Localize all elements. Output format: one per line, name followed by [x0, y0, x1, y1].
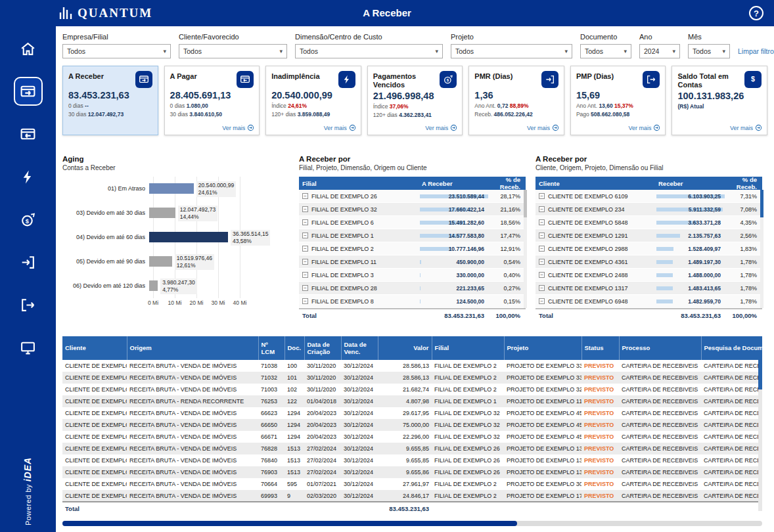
scrollbar-thumb[interactable] — [758, 360, 762, 389]
filter-select-mes[interactable]: Todos ▾ — [688, 44, 730, 58]
ver-mais-link[interactable]: Ver mais — [222, 124, 254, 131]
table-row[interactable]: CLIENTE DE EXEMPLO 5142RECEITA BRUTA - V… — [62, 466, 762, 478]
expand-icon[interactable]: − — [539, 193, 545, 199]
table-row[interactable]: −FILIAL DE EXEMPLO 3 330.000,00 0,40% — [299, 269, 526, 282]
column-header-pesquisa-de-documento[interactable]: Pesquisa de Documento — [701, 336, 762, 360]
table-row[interactable]: −FILIAL DE EXEMPLO 32 17.660.422,14 21,1… — [299, 203, 526, 216]
sidebar-item-home[interactable] — [14, 34, 43, 63]
expand-icon[interactable]: − — [539, 233, 545, 238]
clear-filters-link[interactable]: Limpar filtros — [738, 47, 774, 58]
expand-icon[interactable]: − — [539, 272, 545, 278]
sidebar-item-a-pagar[interactable] — [14, 120, 43, 148]
expand-icon[interactable]: − — [539, 206, 545, 212]
table-row[interactable]: −CLIENTE DE EXEMPLO 4361 1.489.197,30 1,… — [535, 255, 762, 269]
kpi-card-a-receber[interactable]: A Receber 83.453.231,63 0 dias --30 dias… — [62, 66, 158, 135]
filter-select-empresa-filial[interactable]: Todos ▾ — [62, 44, 171, 58]
column-header-processo[interactable]: Processo — [619, 336, 701, 360]
expand-icon[interactable]: − — [302, 246, 308, 252]
ver-mais-link[interactable]: Ver mais — [425, 124, 457, 131]
table-row[interactable]: −FILIAL DE EXEMPLO 8 124.500,00 0,15% — [299, 295, 526, 308]
table-row[interactable]: CLIENTE DE EXEMPLO 386RECEITA BRUTA - VE… — [62, 431, 762, 443]
table-row[interactable]: −CLIENTE DE EXEMPLO 2988 1.528.409,97 1,… — [535, 242, 762, 255]
table-row[interactable]: CLIENTE DE EXEMPLO 7045RECEITA BRUTA - V… — [62, 454, 762, 466]
filter-select-documento[interactable]: Todos ▾ — [580, 44, 631, 58]
expand-icon[interactable]: − — [302, 219, 308, 225]
kpi-card-inadimplencia[interactable]: Inadimplência 20.540.000,99 Índice 24,61… — [265, 66, 361, 135]
table-row[interactable]: −CLIENTE DE EXEMPLO 234 5.911.332,59 7,0… — [535, 203, 762, 216]
column-header-doc[interactable]: Doc. — [285, 336, 304, 360]
column-header[interactable]: % de Receb. — [488, 176, 526, 190]
filter-select-ano[interactable]: 2024 ▾ — [639, 44, 680, 58]
table-row[interactable]: CLIENTE DE EXEMPLO 4361RECEITA BRUTA - V… — [62, 360, 762, 372]
table-row[interactable]: CLIENTE DE EXEMPLO 386RECEITA BRUTA - VE… — [62, 419, 762, 431]
help-button[interactable]: ? — [749, 6, 763, 20]
table-row[interactable]: −FILIAL DE EXEMPLO 11 450.900,00 0,54% — [299, 255, 526, 269]
table-row[interactable]: −CLIENTE DE EXEMPLO 1317 1.483.413,65 1,… — [535, 282, 762, 295]
table-row[interactable]: CLIENTE DE EXEMPLO 288RECEITA BRUTA - VE… — [62, 490, 762, 502]
column-header-origem[interactable]: Origem — [127, 336, 258, 360]
filter-select-projeto[interactable]: Todos ▾ — [451, 44, 572, 58]
table-row[interactable]: −CLIENTE DE EXEMPLO 6109 6.103.903,25 7,… — [535, 190, 762, 203]
kpi-card-a-pagar[interactable]: A Pagar 28.405.691,13 0 dias 1.080,0030 … — [164, 66, 260, 135]
column-header[interactable]: % de Receb. — [724, 176, 762, 190]
table-row[interactable]: CLIENTE DE EXEMPLO 4361RECEITA BRUTA - V… — [62, 384, 762, 395]
kpi-card-pmp-dias[interactable]: PMP (Dias) 15,69 Ano Ant. 13,60 15,37%Pa… — [570, 66, 666, 135]
expand-icon[interactable]: − — [539, 298, 545, 304]
aging-bar[interactable] — [149, 280, 158, 291]
expand-icon[interactable]: − — [302, 206, 308, 212]
sidebar-item-pmr[interactable] — [14, 248, 43, 277]
expand-icon[interactable]: − — [539, 219, 545, 225]
column-header-cliente[interactable]: Cliente — [62, 336, 127, 360]
table-row[interactable]: −FILIAL DE EXEMPLO 26 23.510.589,44 28,1… — [299, 190, 526, 203]
ver-mais-link[interactable]: Ver mais — [527, 124, 559, 131]
expand-icon[interactable]: − — [302, 298, 308, 304]
table-row[interactable]: −CLIENTE DE EXEMPLO 2488 1.488.000,00 1,… — [535, 269, 762, 282]
filter-select-cliente-favorecido[interactable]: Todos ▾ — [179, 44, 287, 58]
aging-bar[interactable] — [149, 208, 175, 218]
aging-bar[interactable] — [149, 232, 228, 242]
filter-select-dimensao-centro-de-custo[interactable]: Todos ▾ — [295, 44, 443, 58]
column-header-n-lcm[interactable]: Nº LCM — [258, 336, 285, 360]
column-header[interactable]: A Receber — [419, 180, 488, 187]
ver-mais-link[interactable]: Ver mais — [628, 124, 660, 131]
kpi-card-saldo-total-em-contas[interactable]: Saldo Total em Contas $ 100.131.983,26 (… — [672, 66, 767, 135]
table-row[interactable]: CLIENTE DE EXEMPLO 4361RECEITA BRUTA - V… — [62, 372, 762, 384]
aging-bar[interactable] — [149, 183, 194, 194]
column-header-data-de-criacao[interactable]: Data de Criação — [304, 336, 341, 360]
vertical-scrollbar[interactable] — [524, 190, 527, 308]
vertical-scrollbar[interactable] — [758, 360, 762, 511]
scrollbar-thumb[interactable] — [62, 521, 517, 526]
column-header[interactable]: Filial — [299, 180, 419, 187]
table-row[interactable]: −CLIENTE DE EXEMPLO 5848 3.633.371,28 4,… — [535, 216, 762, 229]
sidebar-item-contas[interactable] — [14, 333, 43, 362]
horizontal-scrollbar[interactable] — [62, 521, 762, 526]
kpi-card-pmr-dias[interactable]: PMR (Dias) 1,36 Ano Ant. 0,72 88,89%Rece… — [468, 66, 564, 135]
column-header-filial[interactable]: Filial — [432, 336, 504, 360]
table-row[interactable]: −FILIAL DE EXEMPLO 6 15.491.282,60 18,56… — [299, 216, 526, 229]
column-header-status[interactable]: Status — [581, 336, 619, 360]
table-row[interactable]: CLIENTE DE EXEMPLO 1131RECEITA BRUTA - V… — [62, 478, 762, 490]
aging-bar[interactable] — [149, 256, 172, 267]
table-row[interactable]: −FILIAL DE EXEMPLO 1 14.577.583,80 17,47… — [299, 229, 526, 242]
table-row[interactable]: −CLIENTE DE EXEMPLO 6948 1.482.959,70 1,… — [535, 295, 762, 308]
expand-icon[interactable]: − — [302, 272, 308, 278]
column-header[interactable]: Cliente — [535, 180, 656, 187]
table-row[interactable]: CLIENTE DE EXEMPLO 6985RECEITA BRUTA - V… — [62, 443, 762, 454]
expand-icon[interactable]: − — [302, 233, 308, 238]
table-row[interactable]: −FILIAL DE EXEMPLO 28 221.233,65 0,27% — [299, 282, 526, 295]
table-row[interactable]: −CLIENTE DE EXEMPLO 1291 2.135.757,63 2,… — [535, 229, 762, 242]
table-row[interactable]: CLIENTE DE EXEMPLO 1178RECEITA BRUTA - R… — [62, 395, 762, 407]
expand-icon[interactable]: − — [539, 285, 545, 291]
ver-mais-link[interactable]: Ver mais — [730, 124, 762, 131]
expand-icon[interactable]: − — [539, 246, 545, 252]
table-row[interactable]: CLIENTE DE EXEMPLO 386RECEITA BRUTA - VE… — [62, 407, 762, 419]
column-header[interactable]: Receber — [656, 180, 724, 187]
kpi-card-pagamentos-vencidos[interactable]: Pagamentos Vencidos $ 21.496.998,48 Índi… — [367, 66, 463, 135]
sidebar-item-pmp[interactable] — [14, 290, 43, 319]
ver-mais-link[interactable]: Ver mais — [324, 124, 356, 131]
column-header-valor[interactable]: Valor — [378, 336, 432, 360]
scrollbar-thumb[interactable] — [524, 190, 527, 217]
expand-icon[interactable]: − — [539, 259, 545, 265]
expand-icon[interactable]: − — [302, 259, 308, 265]
column-header-data-de-venc[interactable]: Data de Venc. — [341, 336, 378, 360]
